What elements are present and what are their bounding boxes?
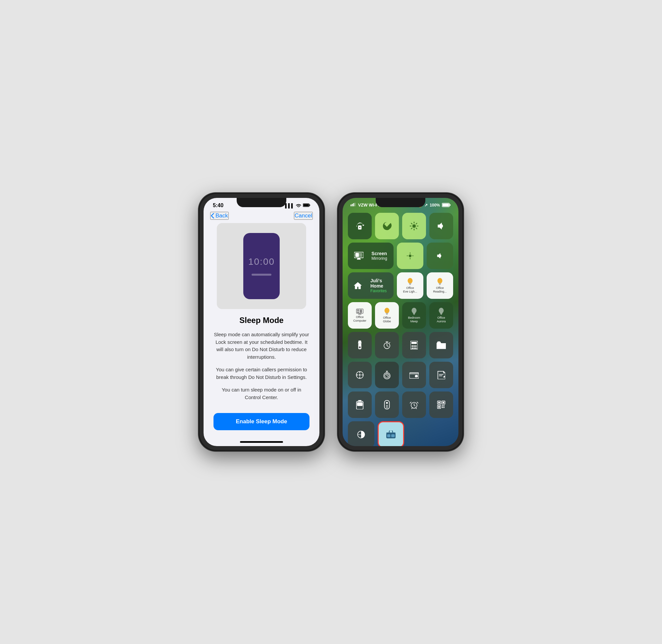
svg-rect-89 — [438, 402, 440, 404]
sleep-content: Sleep Mode Sleep mode can automatically … — [204, 316, 319, 438]
notes-tile[interactable] — [429, 362, 453, 388]
svg-point-24 — [409, 254, 411, 257]
svg-rect-40 — [360, 309, 362, 313]
svg-rect-48 — [413, 314, 415, 315]
svg-rect-90 — [442, 402, 444, 404]
cc-row-2: Screen Mirroring — [348, 243, 453, 269]
home-text: Juli's Home Favorites — [370, 278, 388, 293]
office-computer-tile[interactable]: OfficeComputer — [348, 302, 372, 329]
sleep-desc-1: Sleep mode can automatically simplify yo… — [213, 331, 310, 361]
svg-point-11 — [359, 227, 361, 228]
brightness-slider-tile[interactable] — [397, 243, 424, 269]
svg-rect-3 — [350, 205, 351, 206]
remote-tile[interactable] — [375, 391, 399, 418]
svg-rect-50 — [440, 313, 442, 314]
svg-rect-34 — [439, 283, 441, 284]
cc-row-3: Juli's Home Favorites — [348, 272, 453, 299]
do-not-disturb-tile[interactable] — [375, 213, 399, 239]
calculator-tile[interactable] — [402, 332, 426, 359]
svg-rect-31 — [409, 284, 411, 284]
svg-point-62 — [413, 347, 415, 349]
timer-tile[interactable] — [375, 332, 399, 359]
wifi-icon — [296, 203, 301, 208]
signal-icon: ▌▌▌ — [285, 203, 294, 208]
notch-2 — [376, 198, 425, 207]
svg-rect-32 — [409, 284, 411, 285]
skip-button[interactable]: Skip — [213, 436, 310, 438]
main-container: 5:40 ▌▌▌ — [199, 193, 463, 451]
camera-tile[interactable] — [429, 332, 453, 359]
phone-preview: 10:00 — [217, 223, 306, 309]
sleep-mode-tile[interactable] — [378, 421, 404, 446]
office-eve-tile[interactable]: OfficeEve Ligh... — [397, 272, 424, 299]
nav-bar: Back Cancel — [204, 210, 319, 223]
svg-rect-35 — [439, 284, 441, 284]
notch — [237, 198, 286, 207]
cc-row-7 — [348, 391, 453, 418]
office-globe-tile[interactable]: OfficeGlobe — [375, 302, 399, 329]
cc-row-5 — [348, 332, 453, 359]
svg-point-58 — [411, 345, 413, 347]
status-icons: ▌▌▌ — [285, 203, 310, 208]
screen-mirroring-tile[interactable]: Screen Mirroring — [348, 243, 393, 269]
brightness-tile[interactable] — [402, 213, 426, 239]
svg-rect-47 — [413, 314, 415, 314]
screen-mirroring-text: Screen Mirroring — [371, 251, 387, 261]
wallet-tile[interactable] — [402, 362, 426, 388]
screen-mirroring-sub: Mirroring — [371, 256, 387, 261]
battery-tile[interactable] — [348, 391, 372, 418]
cc-row-1 — [348, 213, 453, 239]
phone1: 5:40 ▌▌▌ — [199, 193, 324, 451]
svg-rect-9 — [450, 204, 451, 206]
bedroom-meep-tile[interactable]: BedroomMeep — [402, 302, 426, 329]
cancel-button[interactable]: Cancel — [294, 212, 313, 220]
svg-rect-4 — [352, 204, 353, 206]
stopwatch-tile[interactable] — [375, 362, 399, 388]
invert-colors-tile[interactable] — [348, 421, 374, 446]
screen-mirroring-title: Screen — [371, 251, 387, 256]
svg-line-18 — [416, 228, 417, 229]
svg-rect-75 — [415, 375, 418, 377]
qr-code-tile[interactable] — [429, 391, 453, 418]
volume-tile[interactable] — [429, 213, 453, 239]
svg-rect-51 — [440, 314, 442, 314]
svg-point-41 — [385, 308, 390, 314]
svg-point-49 — [439, 308, 444, 314]
svg-rect-23 — [356, 253, 359, 257]
office-eve-label: OfficeEve Ligh... — [403, 286, 417, 294]
svg-rect-8 — [442, 204, 449, 207]
svg-rect-38 — [357, 309, 359, 311]
compass-tile[interactable] — [348, 362, 372, 388]
svg-point-65 — [440, 345, 442, 347]
office-aurora-tile[interactable]: OfficeAurora — [429, 302, 453, 329]
cc-grid: Screen Mirroring — [343, 210, 458, 446]
alarm-clock-tile[interactable] — [402, 391, 426, 418]
home-favorites-tile[interactable]: Juli's Home Favorites — [348, 272, 393, 299]
bedroom-meep-label: BedroomMeep — [408, 316, 420, 323]
svg-rect-100 — [386, 433, 395, 434]
svg-rect-84 — [386, 407, 388, 408]
svg-point-60 — [415, 345, 417, 347]
enable-sleep-mode-button[interactable]: Enable Sleep Mode — [213, 413, 310, 430]
rotation-lock-tile[interactable] — [348, 213, 372, 239]
svg-point-45 — [412, 308, 417, 314]
sleep-desc-3: You can turn sleep mode on or off in Con… — [213, 386, 310, 401]
location-status-icon: ↗ — [424, 203, 428, 207]
svg-rect-5 — [353, 203, 354, 206]
svg-rect-93 — [443, 406, 444, 406]
svg-rect-94 — [442, 407, 443, 408]
cc-row-8 — [348, 421, 453, 446]
office-aurora-label: OfficeAurora — [437, 316, 446, 323]
svg-point-59 — [413, 345, 415, 347]
flashlight-tile[interactable] — [348, 332, 372, 359]
svg-rect-43 — [386, 314, 388, 314]
volume-slider-tile[interactable] — [427, 243, 453, 269]
office-reading-tile[interactable]: OfficeReading... — [427, 272, 453, 299]
svg-rect-42 — [386, 313, 388, 314]
mock-bar — [252, 274, 271, 276]
svg-rect-98 — [387, 434, 391, 437]
svg-rect-57 — [411, 342, 417, 344]
svg-rect-91 — [438, 406, 440, 408]
sleep-title: Sleep Mode — [213, 316, 310, 325]
back-button[interactable]: Back — [210, 212, 229, 220]
